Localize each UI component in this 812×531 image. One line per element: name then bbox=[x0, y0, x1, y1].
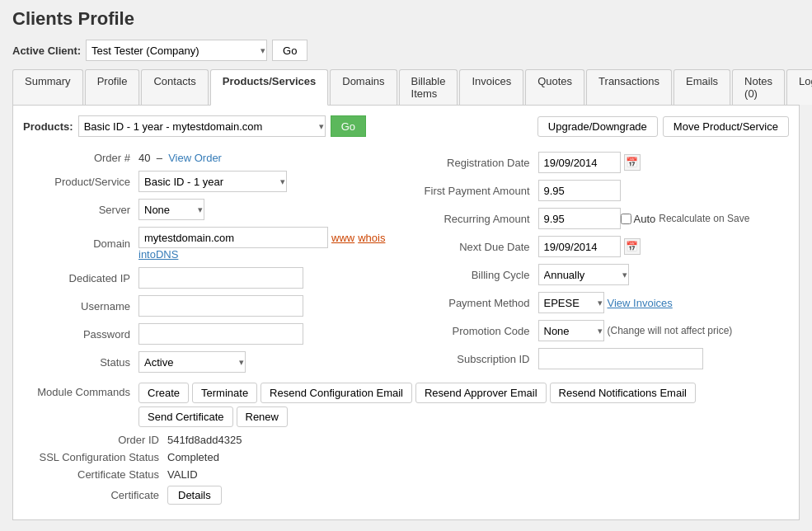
billing-cycle-row: Billing Cycle Annually ▾ bbox=[406, 264, 790, 285]
upgrade-downgrade-button[interactable]: Upgrade/Downgrade bbox=[537, 116, 658, 137]
certificate-row: Certificate Details bbox=[23, 486, 789, 505]
product-service-select[interactable]: Basic ID - 1 year bbox=[138, 171, 287, 192]
cert-status-value: VALID bbox=[167, 468, 198, 481]
cert-status-row: Certificate Status VALID bbox=[23, 468, 789, 481]
domain-intodns-link[interactable]: intoDNS bbox=[138, 248, 178, 261]
payment-method-select-wrapper: EPESE ▾ bbox=[538, 292, 604, 313]
tab-contacts[interactable]: Contacts bbox=[141, 69, 208, 105]
promotion-note: (Change will not affect price) bbox=[608, 325, 733, 336]
billing-cycle-select[interactable]: Annually bbox=[538, 264, 629, 285]
dedicated-ip-input[interactable] bbox=[138, 267, 303, 289]
domain-row: Domain www whois intoDNS bbox=[23, 227, 406, 261]
registration-date-row: Registration Date 📅 bbox=[406, 152, 790, 173]
form-section: Order # 40 – View Order Product/Service … bbox=[23, 148, 789, 383]
status-select[interactable]: Active bbox=[138, 351, 246, 373]
cert-status-label: Certificate Status bbox=[23, 468, 167, 481]
username-input[interactable] bbox=[138, 295, 303, 317]
active-client-label: Active Client: bbox=[12, 45, 81, 57]
ssl-config-value: Completed bbox=[167, 451, 219, 463]
products-go-button[interactable]: Go bbox=[331, 115, 366, 137]
next-due-date-row: Next Due Date 📅 bbox=[406, 236, 790, 257]
promotion-code-label: Promotion Code bbox=[406, 325, 538, 337]
next-due-date-input[interactable] bbox=[538, 236, 621, 257]
tab-billable-items[interactable]: Billable Items bbox=[399, 69, 458, 105]
payment-method-label: Payment Method bbox=[406, 297, 538, 309]
product-service-label: Product/Service bbox=[23, 176, 138, 188]
recurring-amount-input[interactable] bbox=[538, 208, 621, 229]
order-number-text: 40 bbox=[138, 152, 150, 164]
tab-products-services[interactable]: Products/Services bbox=[210, 69, 328, 106]
products-action-buttons: Upgrade/Downgrade Move Product/Service bbox=[537, 116, 789, 137]
payment-method-wrapper: EPESE ▾ View Invoices bbox=[538, 292, 673, 313]
details-button[interactable]: Details bbox=[167, 486, 222, 505]
module-commands-buttons: Create Terminate Resend Configuration Em… bbox=[138, 383, 696, 427]
promotion-code-wrapper: None ▾ (Change will not affect price) bbox=[538, 320, 733, 341]
tab-invoices[interactable]: Invoices bbox=[459, 69, 523, 105]
registration-date-input[interactable] bbox=[538, 152, 621, 173]
view-invoices-link[interactable]: View Invoices bbox=[608, 297, 673, 309]
payment-method-select[interactable]: EPESE bbox=[538, 292, 604, 313]
first-payment-input[interactable] bbox=[538, 180, 621, 201]
view-order-link[interactable]: View Order bbox=[168, 152, 222, 164]
server-select[interactable]: None bbox=[138, 199, 204, 220]
domain-input-row: www whois bbox=[138, 227, 385, 248]
form-left: Order # 40 – View Order Product/Service … bbox=[23, 148, 406, 383]
server-select-wrapper: None ▾ bbox=[138, 199, 204, 220]
next-due-date-calendar-icon[interactable]: 📅 bbox=[624, 238, 641, 255]
products-label: Products: bbox=[23, 120, 73, 133]
resend-config-email-button[interactable]: Resend Configuration Email bbox=[260, 383, 412, 403]
tab-quotes[interactable]: Quotes bbox=[525, 69, 584, 105]
tab-summary[interactable]: Summary bbox=[12, 69, 83, 105]
auto-text: Auto bbox=[634, 213, 656, 225]
module-commands-row: Module Commands Create Terminate Resend … bbox=[23, 383, 789, 427]
ssl-config-label: SSL Configuration Status bbox=[23, 451, 167, 463]
move-product-button[interactable]: Move Product/Service bbox=[663, 116, 789, 137]
registration-date-label: Registration Date bbox=[406, 157, 538, 169]
tab-log[interactable]: Log bbox=[786, 69, 812, 105]
username-label: Username bbox=[23, 300, 138, 312]
resend-notifications-email-button[interactable]: Resend Notifications Email bbox=[550, 383, 696, 403]
domain-whois-link[interactable]: whois bbox=[358, 232, 385, 244]
promo-select[interactable]: None bbox=[538, 320, 604, 341]
domain-input[interactable] bbox=[138, 227, 328, 248]
domain-links-wrapper: www whois intoDNS bbox=[138, 227, 385, 261]
tab-profile[interactable]: Profile bbox=[85, 69, 140, 105]
password-input[interactable] bbox=[138, 323, 303, 345]
tab-transactions[interactable]: Transactions bbox=[586, 69, 672, 105]
module-commands-row1: Create Terminate Resend Configuration Em… bbox=[138, 383, 696, 403]
page-title: Clients Profile bbox=[12, 8, 800, 30]
client-select-wrapper: Test Tester (Company) ▾ bbox=[86, 40, 267, 61]
content-area: Products: Basic ID - 1 year - mytestdoma… bbox=[12, 106, 800, 520]
create-button[interactable]: Create bbox=[138, 383, 189, 403]
resend-approver-email-button[interactable]: Resend Approver Email bbox=[415, 383, 547, 403]
form-right: Registration Date 📅 First Payment Amount… bbox=[406, 148, 790, 383]
subscription-id-input[interactable] bbox=[538, 348, 703, 369]
payment-method-row: Payment Method EPESE ▾ View Invoices bbox=[406, 292, 790, 313]
tab-notes[interactable]: Notes (0) bbox=[732, 69, 785, 105]
server-row: Server None ▾ bbox=[23, 199, 406, 220]
send-certificate-button[interactable]: Send Certificate bbox=[138, 406, 233, 427]
tab-bar: Summary Profile Contacts Products/Servic… bbox=[12, 69, 800, 106]
server-label: Server bbox=[23, 204, 138, 216]
product-select[interactable]: Basic ID - 1 year - mytestdomain.com bbox=[78, 115, 326, 137]
subscription-id-label: Subscription ID bbox=[406, 353, 538, 365]
next-due-date-label: Next Due Date bbox=[406, 241, 538, 253]
registration-date-calendar-icon[interactable]: 📅 bbox=[624, 154, 641, 171]
domain-www-link[interactable]: www bbox=[331, 232, 354, 244]
subscription-id-row: Subscription ID bbox=[406, 348, 790, 369]
tab-emails[interactable]: Emails bbox=[674, 69, 730, 105]
tab-domains[interactable]: Domains bbox=[330, 69, 397, 105]
domain-intodns-row: intoDNS bbox=[138, 248, 385, 261]
terminate-button[interactable]: Terminate bbox=[192, 383, 257, 403]
renew-button[interactable]: Renew bbox=[237, 406, 288, 427]
domain-label: Domain bbox=[23, 237, 138, 250]
order-label: Order # bbox=[23, 152, 138, 164]
password-row: Password bbox=[23, 323, 406, 345]
product-select-wrapper: Basic ID - 1 year - mytestdomain.com ▾ bbox=[78, 115, 326, 137]
auto-checkbox[interactable] bbox=[621, 214, 631, 224]
order-id-row: Order ID 541fd8add4325 bbox=[23, 434, 789, 446]
active-client-select[interactable]: Test Tester (Company) bbox=[86, 40, 267, 61]
promotion-code-row: Promotion Code None ▾ (Change will not a… bbox=[406, 320, 790, 341]
first-payment-row: First Payment Amount bbox=[406, 180, 790, 201]
active-client-go-button[interactable]: Go bbox=[272, 40, 307, 61]
